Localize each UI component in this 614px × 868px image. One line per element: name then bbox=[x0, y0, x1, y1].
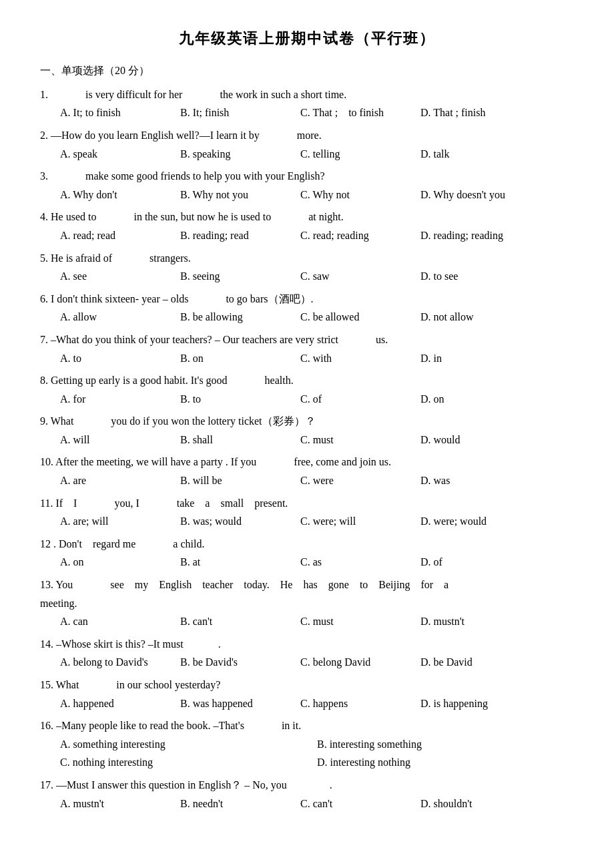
question-item: 8. Getting up early is a good habit. It'… bbox=[40, 372, 574, 407]
page-title: 九年级英语上册期中试卷（平行班） bbox=[40, 27, 574, 50]
option-item: C. Why not bbox=[300, 186, 400, 204]
option-item: D. Why doesn't you bbox=[420, 186, 521, 204]
question-text: 11. If I you, I take a small present. bbox=[40, 495, 574, 512]
options-group: A. read; readB. reading; readC. read; re… bbox=[40, 227, 574, 244]
option-item: C. were; will bbox=[300, 513, 400, 530]
option-item: D. were; would bbox=[420, 513, 521, 530]
option-item: A. see bbox=[60, 268, 160, 285]
option-item: A. belong to David's bbox=[60, 654, 160, 671]
option-item: D. would bbox=[420, 431, 521, 449]
question-item: 11. If I you, I take a small present.A. … bbox=[40, 495, 574, 530]
options-group: A. happenedB. was happenedC. happensD. i… bbox=[40, 695, 574, 712]
option-item: C. saw bbox=[300, 268, 400, 285]
question-text: 16. –Many people like to read the book. … bbox=[40, 717, 574, 734]
question-item: 4. He used to in the sun, but now he is … bbox=[40, 208, 574, 244]
question-text: 7. –What do you think of your teachers? … bbox=[40, 331, 574, 349]
option-item: D. is happening bbox=[420, 695, 521, 712]
question-item: 9. What you do if you won the lottery ti… bbox=[40, 413, 574, 448]
option-item: A. on bbox=[60, 554, 160, 571]
options-group: A. allowB. be allowingC. be allowedD. no… bbox=[40, 308, 574, 326]
option-item: C. telling bbox=[300, 146, 400, 163]
option-item: D. interesting nothing bbox=[317, 754, 574, 771]
option-item: A. speak bbox=[60, 146, 160, 163]
option-item: A. allow bbox=[60, 308, 160, 326]
option-item: D. was bbox=[420, 472, 521, 489]
option-item: D. talk bbox=[420, 146, 521, 163]
option-item: C. happens bbox=[300, 695, 400, 712]
option-item: C. be allowed bbox=[300, 308, 400, 326]
option-item: D. to see bbox=[420, 268, 521, 285]
question-text: 1. is very difficult for her the work in… bbox=[40, 86, 574, 103]
section1-header: 一、单项选择（20 分） bbox=[40, 62, 574, 79]
question-text: 15. What in our school yesterday? bbox=[40, 676, 574, 694]
option-item: C. That ; to finish bbox=[300, 104, 400, 122]
option-item: D. That ; finish bbox=[420, 104, 521, 122]
option-item: D. shouldn't bbox=[420, 795, 521, 813]
option-item: C. read; reading bbox=[300, 227, 400, 244]
option-item: B. speaking bbox=[180, 146, 280, 163]
options-group: A. are; willB. was; wouldC. were; willD.… bbox=[40, 513, 574, 530]
question-item: 6. I don't think sixteen- year – olds to… bbox=[40, 290, 574, 326]
options-group: A. areB. will beC. wereD. was bbox=[40, 472, 574, 489]
option-item: A. something interesting bbox=[60, 736, 317, 753]
question-text: 2. —How do you learn English well?—I lea… bbox=[40, 127, 574, 144]
option-item: A. read; read bbox=[60, 227, 160, 244]
option-item: D. reading; reading bbox=[420, 227, 521, 244]
option-item: D. be David bbox=[420, 654, 521, 671]
question-item: 2. —How do you learn English well?—I lea… bbox=[40, 127, 574, 162]
option-item: C. must bbox=[300, 613, 400, 630]
question-text: 14. –Whose skirt is this? –It must . bbox=[40, 636, 574, 653]
option-item: B. reading; read bbox=[180, 227, 280, 244]
option-item: B. will be bbox=[180, 472, 280, 489]
question-item: 10. After the meeting, we will have a pa… bbox=[40, 453, 574, 489]
option-item: B. seeing bbox=[180, 268, 280, 285]
option-item: B. interesting something bbox=[317, 736, 574, 753]
option-item: B. to bbox=[180, 391, 280, 408]
option-item: C. must bbox=[300, 431, 400, 449]
question-item: 12 . Don't regard me a child.A. onB. atC… bbox=[40, 535, 574, 571]
question-item: 17. —Must I answer this question in Engl… bbox=[40, 777, 574, 812]
option-item: C. with bbox=[300, 350, 400, 367]
option-item: A. to bbox=[60, 350, 160, 367]
question-item: 3. make some good friends to help you wi… bbox=[40, 168, 574, 203]
options-group: A. canB. can'tC. mustD. mustn't bbox=[40, 613, 574, 630]
option-item: D. in bbox=[420, 350, 521, 367]
option-item: B. can't bbox=[180, 613, 280, 630]
question-text: 4. He used to in the sun, but now he is … bbox=[40, 208, 574, 226]
option-item: D. not allow bbox=[420, 308, 521, 326]
question-text: 12 . Don't regard me a child. bbox=[40, 535, 574, 553]
option-item: D. of bbox=[420, 554, 521, 571]
option-item: B. It; finish bbox=[180, 104, 280, 122]
option-item: C. of bbox=[300, 391, 400, 408]
option-item: C. nothing interesting bbox=[60, 754, 317, 771]
option-item: B. was; would bbox=[180, 513, 280, 530]
question-item: 16. –Many people like to read the book. … bbox=[40, 717, 574, 771]
question-text: 6. I don't think sixteen- year – olds to… bbox=[40, 290, 574, 308]
question-text: 8. Getting up early is a good habit. It'… bbox=[40, 372, 574, 389]
options-group: A. seeB. seeingC. sawD. to see bbox=[40, 268, 574, 285]
options-group: A. belong to David'sB. be David'sC. belo… bbox=[40, 654, 574, 671]
option-item: A. happened bbox=[60, 695, 160, 712]
option-item: C. as bbox=[300, 554, 400, 571]
option-item: B. needn't bbox=[180, 795, 280, 813]
options-group: A. willB. shallC. mustD. would bbox=[40, 431, 574, 449]
options-group: A. Why don'tB. Why not youC. Why notD. W… bbox=[40, 186, 574, 204]
question-text: 10. After the meeting, we will have a pa… bbox=[40, 453, 574, 471]
option-item: A. will bbox=[60, 431, 160, 449]
question-item: 1. is very difficult for her the work in… bbox=[40, 86, 574, 122]
question-item: 15. What in our school yesterday?A. happ… bbox=[40, 676, 574, 712]
option-item: B. at bbox=[180, 554, 280, 571]
option-item: C. were bbox=[300, 472, 400, 489]
question-item: 5. He is afraid of strangers.A. seeB. se… bbox=[40, 250, 574, 285]
options-group: A. It; to finishB. It; finishC. That ; t… bbox=[40, 104, 574, 122]
option-item: D. on bbox=[420, 391, 521, 408]
option-item: D. mustn't bbox=[420, 613, 521, 630]
options-group: A. onB. atC. asD. of bbox=[40, 554, 574, 571]
question-item: 13. You see my English teacher today. He… bbox=[40, 576, 574, 630]
option-item: A. for bbox=[60, 391, 160, 408]
question-item: 7. –What do you think of your teachers? … bbox=[40, 331, 574, 367]
option-item: B. on bbox=[180, 350, 280, 367]
option-item: A. mustn't bbox=[60, 795, 160, 813]
option-item: B. be allowing bbox=[180, 308, 280, 326]
option-item: A. are bbox=[60, 472, 160, 489]
